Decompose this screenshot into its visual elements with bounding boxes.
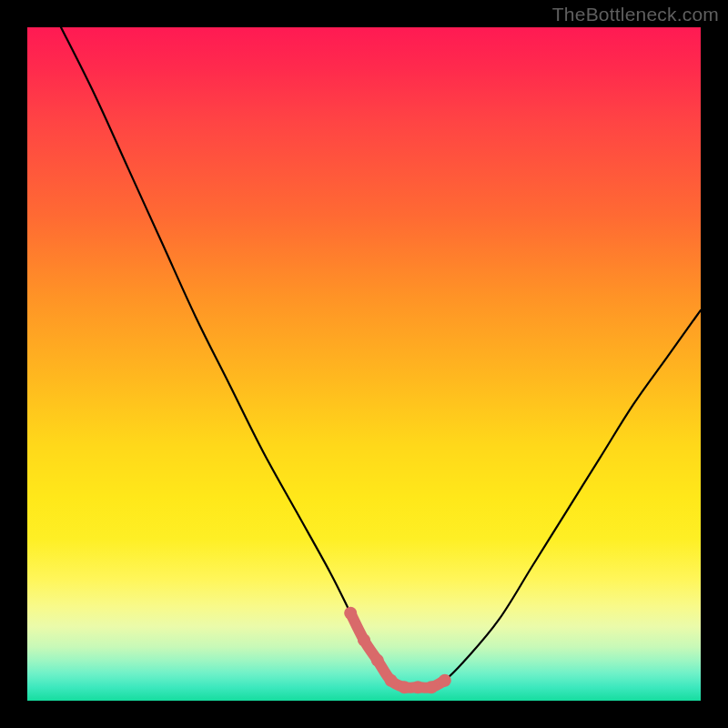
- highlight-dot: [371, 654, 384, 667]
- highlight-dot: [385, 674, 398, 687]
- highlight-segment: [344, 607, 451, 693]
- plot-area: [27, 27, 701, 701]
- watermark-text: TheBottleneck.com: [552, 4, 719, 25]
- highlight-dot: [358, 633, 370, 646]
- highlight-dot: [344, 607, 357, 620]
- curve-line: [61, 27, 701, 688]
- chart-frame: TheBottleneck.com: [0, 0, 728, 728]
- chart-svg: [27, 27, 701, 701]
- highlight-dot: [398, 681, 410, 693]
- highlight-dot: [439, 674, 451, 687]
- highlight-dot: [425, 681, 438, 693]
- highlight-dot: [411, 681, 424, 693]
